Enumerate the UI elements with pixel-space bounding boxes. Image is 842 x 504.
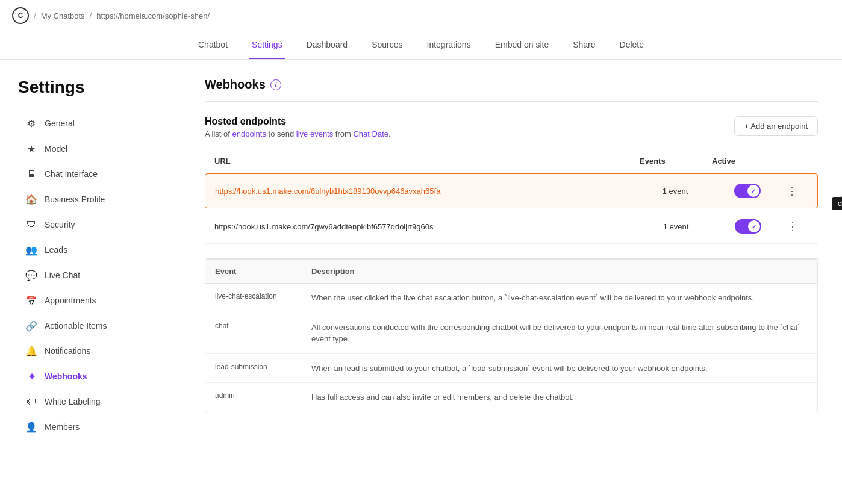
events-table-header: Event Description	[205, 260, 817, 284]
settings-title: Settings	[18, 78, 169, 97]
sidebar-item-leads[interactable]: 👥 Leads	[18, 238, 169, 262]
breadcrumb: C / My Chatbots / https://homeia.com/sop…	[0, 0, 842, 31]
tab-dashboard[interactable]: Dashboard	[304, 31, 351, 59]
event-tooltip-1: chat	[832, 197, 842, 210]
tab-share[interactable]: Share	[570, 31, 597, 59]
bell-icon: 🔔	[25, 345, 37, 357]
sidebar: Settings ⚙ General ★ Model 🖥 Chat Interf…	[0, 60, 181, 497]
breadcrumb-my-chatbots[interactable]: My Chatbots	[41, 11, 85, 20]
breadcrumb-current-bot[interactable]: https://homeia.com/sophie-shen/	[96, 11, 210, 20]
sidebar-label-notifications: Notifications	[45, 346, 90, 356]
home-icon: 🏠	[25, 193, 37, 205]
sidebar-item-appointments[interactable]: 📅 Appointments	[18, 288, 169, 313]
sidebar-item-notifications[interactable]: 🔔 Notifications	[18, 339, 169, 363]
sidebar-label-actionable-items: Actionable Items	[45, 321, 107, 331]
tab-sources[interactable]: Sources	[369, 31, 405, 59]
event-desc-lead-submission: When an lead is submitted to your chatbo…	[311, 362, 808, 375]
event-count-2: 1 event	[640, 222, 712, 231]
more-options-2[interactable]: ⋮	[784, 218, 801, 235]
sidebar-item-members[interactable]: 👤 Members	[18, 415, 169, 439]
col-actions	[784, 157, 808, 166]
endpoint-url-2[interactable]: https://hook.us1.make.com/7gwy6addtenpki…	[214, 222, 640, 231]
main-nav: Chatbot Settings Dashboard Sources Integ…	[0, 31, 842, 60]
event-row-admin: admin Has full access and can also invit…	[205, 383, 817, 412]
event-row-lead-submission: lead-submission When an lead is submitte…	[205, 354, 817, 384]
sidebar-label-chat-interface: Chat Interface	[45, 169, 98, 179]
breadcrumb-sep-1: /	[34, 11, 36, 20]
users-icon: 👥	[25, 244, 37, 256]
events-col-description: Description	[311, 267, 808, 276]
sidebar-item-webhooks[interactable]: ✦ Webhooks	[18, 364, 169, 388]
main-content: Webhooks i Hosted endpoints A list of en…	[181, 60, 842, 497]
tab-delete[interactable]: Delete	[617, 31, 646, 59]
event-desc-live-chat: When the user clicked the live chat esca…	[311, 292, 808, 304]
sidebar-label-webhooks: Webhooks	[45, 372, 87, 381]
chat-icon: 💬	[25, 269, 37, 281]
sidebar-label-security: Security	[45, 220, 75, 229]
webhooks-title: Webhooks	[205, 78, 266, 92]
sidebar-item-chat-interface[interactable]: 🖥 Chat Interface	[18, 162, 169, 186]
sidebar-label-model: Model	[45, 144, 67, 154]
sidebar-label-white-labeling: White Labeling	[45, 397, 101, 406]
sidebar-item-actionable-items[interactable]: 🔗 Actionable Items	[18, 314, 169, 338]
event-name-admin: admin	[215, 391, 311, 403]
endpoint-row-1: https://hook.us1.make.com/6ulnyb1htx1891…	[205, 173, 818, 208]
sidebar-label-general: General	[45, 119, 75, 128]
event-name-live-chat: live-chat-escalation	[215, 292, 311, 304]
col-active: Active	[712, 157, 784, 166]
endpoints-link[interactable]: endpoints	[232, 129, 266, 138]
logo-icon[interactable]: C	[12, 7, 29, 24]
toggle-active-2[interactable]	[712, 219, 784, 234]
event-row-live-chat: live-chat-escalation When the user click…	[205, 284, 817, 313]
endpoint-url-1[interactable]: https://hook.us1.make.com/6ulnyb1htx1891…	[215, 187, 639, 196]
sidebar-label-business-profile: Business Profile	[45, 194, 105, 204]
sidebar-item-white-labeling[interactable]: 🏷 White Labeling	[18, 390, 169, 414]
endpoint-row-2: https://hook.us1.make.com/7gwy6addtenpki…	[205, 210, 818, 244]
sidebar-item-live-chat[interactable]: 💬 Live Chat	[18, 263, 169, 287]
toggle-switch-2[interactable]	[735, 219, 761, 234]
monitor-icon: 🖥	[25, 168, 37, 180]
webhooks-info-icon[interactable]: i	[270, 79, 281, 90]
hosted-endpoints-desc: A list of endpoints to send live events …	[205, 129, 391, 138]
event-row-chat: chat All conversations conducted with th…	[205, 313, 817, 354]
add-endpoint-button[interactable]: + Add an endpoint	[734, 116, 818, 136]
sidebar-label-leads: Leads	[45, 245, 67, 255]
sidebar-item-business-profile[interactable]: 🏠 Business Profile	[18, 187, 169, 211]
star-icon: ★	[25, 143, 37, 155]
tab-integrations[interactable]: Integrations	[425, 31, 473, 59]
shield-icon: 🛡	[25, 219, 37, 231]
link-icon: 🔗	[25, 320, 37, 332]
col-url: URL	[214, 157, 640, 166]
sidebar-label-members: Members	[45, 422, 80, 432]
tab-chatbot[interactable]: Chatbot	[196, 31, 230, 59]
endpoints-table: URL Events Active https://hook.us1.make.…	[205, 151, 818, 244]
breadcrumb-sep-2: /	[90, 11, 92, 20]
chat-date-link[interactable]: Chat Date	[353, 129, 388, 138]
events-table: Event Description live-chat-escalation W…	[205, 259, 818, 412]
hosted-endpoints-title: Hosted endpoints	[205, 116, 391, 127]
sidebar-item-model[interactable]: ★ Model	[18, 137, 169, 161]
toggle-active-1[interactable]	[711, 184, 784, 198]
toggle-switch-1[interactable]	[734, 184, 761, 198]
main-layout: Settings ⚙ General ★ Model 🖥 Chat Interf…	[0, 60, 842, 497]
sidebar-item-security[interactable]: 🛡 Security	[18, 213, 169, 237]
tab-embed-on-site[interactable]: Embed on site	[493, 31, 552, 59]
sidebar-item-general[interactable]: ⚙ General	[18, 111, 169, 135]
event-desc-chat: All conversations conducted with the cor…	[311, 322, 808, 345]
toggle-knob-2	[748, 220, 760, 232]
live-events-link[interactable]: live events	[296, 129, 333, 138]
event-count-1: 1 event	[639, 187, 711, 196]
event-name-chat: chat	[215, 322, 311, 345]
events-col-event: Event	[215, 267, 311, 276]
more-options-1[interactable]: ⋮	[784, 182, 800, 199]
gear-icon: ⚙	[25, 117, 37, 129]
event-name-lead-submission: lead-submission	[215, 362, 311, 375]
tag-icon: 🏷	[25, 396, 37, 408]
col-events: Events	[640, 157, 712, 166]
sidebar-label-live-chat: Live Chat	[45, 270, 80, 280]
hosted-endpoints-header: Hosted endpoints A list of endpoints to …	[205, 116, 818, 138]
event-desc-admin: Has full access and can also invite or e…	[311, 391, 808, 403]
tab-settings[interactable]: Settings	[249, 31, 285, 59]
calendar-icon: 📅	[25, 294, 37, 306]
hosted-endpoints-section: Hosted endpoints A list of endpoints to …	[205, 102, 818, 259]
